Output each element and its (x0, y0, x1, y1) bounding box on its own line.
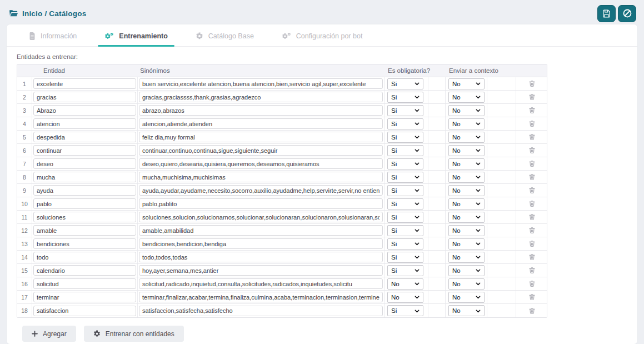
tab-entrenamiento[interactable]: Entrenamiento (98, 24, 174, 46)
context-select[interactable]: No (448, 212, 485, 223)
delete-row-button[interactable] (528, 240, 536, 247)
synonyms-input[interactable] (139, 265, 383, 276)
mandatory-select[interactable]: Si (387, 212, 423, 223)
mandatory-select[interactable]: No (387, 292, 423, 303)
delete-row-button[interactable] (528, 147, 536, 154)
context-select[interactable]: No (448, 158, 485, 169)
cancel-button[interactable] (618, 5, 636, 22)
mandatory-select[interactable]: Si (387, 238, 423, 250)
delete-row-button[interactable] (528, 307, 536, 315)
mandatory-select[interactable]: Si (387, 105, 423, 116)
delete-row-button[interactable] (528, 120, 536, 127)
synonyms-input[interactable] (139, 172, 383, 182)
delete-row-button[interactable] (528, 187, 536, 194)
entity-input[interactable] (33, 132, 136, 142)
mandatory-select[interactable]: Si (387, 78, 423, 89)
synonyms-input[interactable] (139, 292, 383, 302)
entity-input[interactable] (33, 172, 136, 182)
synonyms-input[interactable] (139, 118, 383, 129)
tab-configuracion-por-bot[interactable]: Configuración por bot (275, 24, 370, 46)
mandatory-select[interactable]: Si (387, 158, 423, 169)
entity-input[interactable] (33, 78, 136, 89)
row-number: 6 (17, 144, 32, 157)
context-select[interactable]: No (448, 198, 485, 210)
synonyms-input[interactable] (139, 225, 383, 236)
context-select[interactable]: No (448, 118, 485, 129)
mandatory-select[interactable]: Si (387, 252, 423, 263)
context-select[interactable]: No (448, 265, 485, 276)
synonyms-input[interactable] (139, 92, 383, 102)
delete-row-button[interactable] (528, 160, 536, 167)
entity-input[interactable] (33, 158, 136, 169)
mandatory-select[interactable]: Si (387, 265, 423, 276)
synonyms-input[interactable] (139, 238, 383, 249)
delete-row-button[interactable] (528, 173, 536, 181)
context-select[interactable]: No (448, 225, 485, 236)
entity-input[interactable] (33, 265, 136, 276)
context-select[interactable]: No (448, 172, 485, 183)
synonyms-input[interactable] (139, 132, 383, 142)
context-select[interactable]: No (448, 252, 485, 263)
delete-row-button[interactable] (528, 107, 536, 114)
context-select[interactable]: No (448, 185, 485, 196)
synonyms-input[interactable] (139, 158, 383, 169)
mandatory-select[interactable]: Si (387, 172, 423, 183)
mandatory-select[interactable]: Si (387, 92, 423, 103)
entity-input[interactable] (33, 225, 136, 236)
entity-input[interactable] (33, 118, 136, 129)
delete-row-button[interactable] (528, 213, 536, 221)
column-header-sinonimos: Sinónimos (138, 67, 385, 74)
tab-informacion[interactable]: Información (22, 24, 83, 46)
context-select[interactable]: No (448, 305, 485, 316)
synonyms-input[interactable] (139, 212, 383, 222)
context-select[interactable]: No (448, 132, 485, 143)
entity-input[interactable] (33, 292, 136, 302)
synonyms-input[interactable] (139, 145, 383, 156)
save-button[interactable] (597, 5, 616, 22)
entity-input[interactable] (33, 145, 136, 156)
entity-input[interactable] (33, 185, 136, 196)
mandatory-select[interactable]: Si (387, 185, 423, 196)
mandatory-select[interactable]: No (387, 278, 423, 290)
entity-input[interactable] (33, 238, 136, 249)
context-select[interactable]: No (448, 238, 485, 250)
entity-input[interactable] (33, 92, 136, 102)
context-select[interactable]: No (448, 78, 485, 89)
entity-input[interactable] (33, 105, 136, 116)
synonyms-input[interactable] (139, 198, 383, 209)
context-select[interactable]: No (448, 92, 485, 103)
delete-row-button[interactable] (528, 280, 536, 287)
mandatory-select[interactable]: Si (387, 118, 423, 129)
context-select[interactable]: No (448, 292, 485, 303)
entity-input[interactable] (33, 306, 136, 316)
entity-input[interactable] (33, 252, 136, 262)
entity-input[interactable] (33, 278, 136, 289)
mandatory-select[interactable]: Si (387, 145, 423, 156)
train-entities-button[interactable]: Entrenar con entidades (84, 326, 184, 342)
add-entity-button[interactable]: Agregar (22, 326, 76, 342)
synonyms-input[interactable] (139, 252, 383, 262)
delete-row-button[interactable] (528, 133, 536, 141)
tab-catalogo-base[interactable]: Catálogo Base (189, 24, 261, 46)
entity-input[interactable] (33, 212, 136, 222)
delete-row-button[interactable] (528, 267, 536, 274)
delete-row-button[interactable] (528, 200, 536, 207)
context-select[interactable]: No (448, 105, 485, 116)
context-select[interactable]: No (448, 278, 485, 290)
synonyms-input[interactable] (139, 105, 383, 116)
delete-row-button[interactable] (528, 80, 536, 87)
mandatory-select[interactable]: Si (387, 132, 423, 143)
synonyms-input[interactable] (139, 78, 383, 89)
synonyms-input[interactable] (139, 278, 383, 289)
delete-row-button[interactable] (528, 227, 536, 234)
context-select[interactable]: No (448, 145, 485, 156)
delete-row-button[interactable] (528, 253, 536, 261)
delete-row-button[interactable] (528, 93, 536, 101)
delete-row-button[interactable] (528, 293, 536, 301)
entity-input[interactable] (33, 198, 136, 209)
mandatory-select[interactable]: Si (387, 225, 423, 236)
mandatory-select[interactable]: Si (387, 305, 423, 316)
synonyms-input[interactable] (139, 185, 383, 196)
mandatory-select[interactable]: Si (387, 198, 423, 210)
synonyms-input[interactable] (139, 306, 383, 316)
